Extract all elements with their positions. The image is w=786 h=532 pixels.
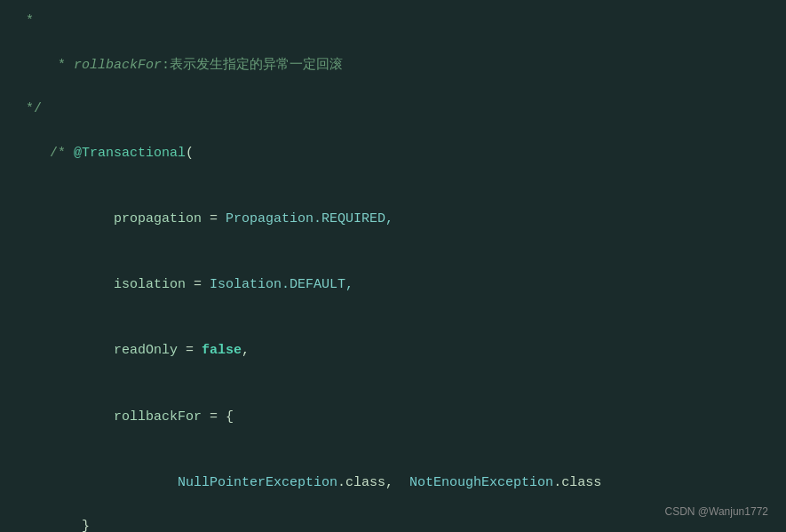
code-line-6: isolation = Isolation.DEFAULT, [18,252,768,318]
exception-notenough: NotEnoughException [409,475,553,490]
code-line-10: } [18,516,768,532]
indent-8 [50,409,114,425]
val-readonly: false [202,343,242,358]
dot-class-2: .class [553,475,601,490]
code-line-8: rollbackFor = { [18,385,768,450]
code-line-2: * rollbackFor:表示发生指定的异常一定回滚 [18,33,768,99]
code-line-7: readOnly = false, [18,319,768,385]
indent-9 [50,475,178,490]
code-line-1: * [18,11,768,33]
comment-colon: :表示发生指定的异常一定回滚 [162,58,343,73]
eq-8: = { [202,409,234,425]
indent-6 [50,277,114,292]
code-line-9: NullPointerException.class, NotEnoughExc… [18,450,768,516]
eq-6: = [186,277,210,292]
code-line-5: propagation = Propagation.REQUIRED, [18,187,768,252]
comment-prefix: * [50,58,74,73]
code-line-3: */ [18,99,768,121]
eq-7: = [178,343,202,358]
param-isolation: isolation [114,277,186,292]
param-readonly: readOnly [114,343,178,358]
code-line-4: /* @Transactional( [18,121,768,187]
comment-italic-text: rollbackFor [74,58,162,73]
param-propagation: propagation [114,211,202,226]
watermark: CSDN @Wanjun1772 [665,505,768,518]
indent-7 [50,343,114,358]
param-rollbackfor: rollbackFor [114,409,202,425]
code-editor: * * rollbackFor:表示发生指定的异常一定回滚 */ /* @Tra… [0,0,786,532]
transactional-annotation: @Transactional [74,146,186,161]
block-comment-open: /* [50,146,74,161]
exception-null: NullPointerException [178,475,337,490]
comma-7: , [242,343,250,358]
val-propagation: Propagation.REQUIRED, [226,211,393,226]
eq-5: = [202,211,226,226]
dot-class-1: .class, [337,475,409,490]
open-paren: ( [186,146,194,161]
val-isolation: Isolation.DEFAULT, [210,277,353,292]
indent-5 [50,211,114,226]
